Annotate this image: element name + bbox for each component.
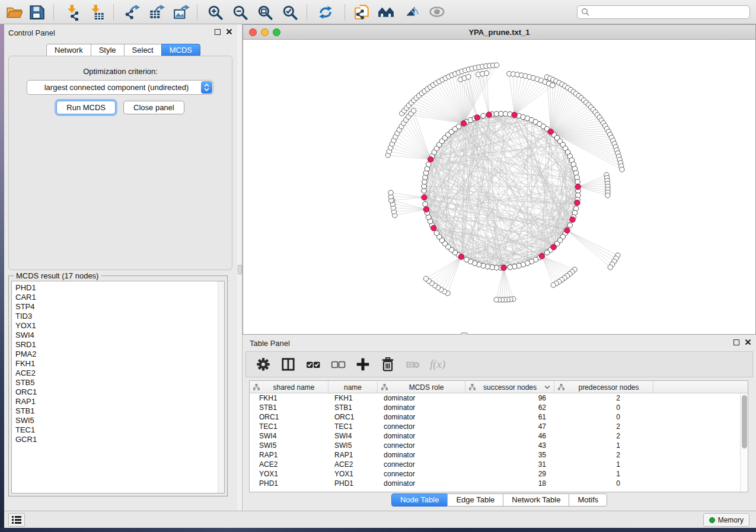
column-header-predecessor-nodes[interactable]: predecessor nodes (554, 381, 653, 393)
task-history-button[interactable] (8, 513, 25, 527)
result-item[interactable]: ACE2 (12, 368, 224, 378)
close-panel-button[interactable]: Close panel (123, 101, 184, 114)
table-cell: 0 (554, 479, 653, 488)
zoom-in-icon[interactable] (207, 4, 224, 21)
mcds-result-list[interactable]: PHD1CAR1STP4TID3YOX1SWI4SRD1PMA2FKH1ACE2… (11, 281, 225, 493)
close-table-panel-icon[interactable] (745, 339, 751, 345)
network-window-title: YPA_prune.txt_1 (243, 28, 755, 37)
table-scrollbar-thumb[interactable] (742, 395, 747, 448)
result-item[interactable]: PHD1 (12, 281, 224, 293)
sort-desc-icon (544, 385, 550, 389)
table-row[interactable]: PHD1PHD1dominator180 (250, 479, 748, 488)
float-table-panel-icon[interactable] (733, 339, 739, 345)
network-view-window: YPA_prune.txt_1 (243, 24, 756, 335)
table-row[interactable]: ACE2ACE2connector311 (250, 460, 748, 469)
tab-edge-table[interactable]: Edge Table (447, 493, 503, 507)
control-panel: Control Panel NetworkStyleSelectMCDS Opt… (4, 24, 237, 511)
table-panel-tabs: Node TableEdge TableNetwork TableMotifs (243, 493, 756, 507)
control-panel-tabs: NetworkStyleSelectMCDS (46, 44, 200, 57)
float-panel-icon[interactable] (215, 29, 221, 35)
column-header-shared-name[interactable]: shared name (250, 381, 328, 393)
memory-button[interactable]: Memory (703, 513, 749, 527)
tab-style[interactable]: Style (91, 44, 125, 57)
table-cell: TEC1 (250, 422, 328, 431)
tab-node-table[interactable]: Node Table (391, 493, 448, 507)
column-selector-icon[interactable] (280, 357, 296, 372)
criterion-dropdown[interactable]: largest connected component (undirected) (27, 80, 213, 95)
tab-motifs[interactable]: Motifs (569, 493, 607, 507)
result-list-scrollbar[interactable] (218, 281, 224, 493)
column-header-successor-nodes[interactable]: successor nodes (465, 381, 554, 393)
network-file-icon[interactable] (354, 4, 371, 21)
result-item[interactable]: YOX1 (12, 321, 224, 331)
control-panel-title: Control Panel (8, 28, 55, 37)
houses-icon[interactable] (378, 4, 394, 21)
result-item[interactable]: TID3 (12, 312, 224, 321)
table-cell: 2 (554, 451, 653, 459)
table-row[interactable]: TEC1TEC1connector472 (250, 422, 748, 431)
result-item[interactable]: RAP1 (12, 397, 224, 406)
hide-details-icon[interactable] (404, 4, 420, 21)
table-row[interactable]: ORC1ORC1dominator610 (250, 412, 748, 422)
result-item[interactable]: ORC1 (12, 387, 224, 397)
table-cell: STB1 (250, 403, 328, 412)
export-table-icon[interactable] (148, 4, 165, 21)
show-details-icon[interactable] (429, 4, 446, 21)
result-item[interactable]: SWI5 (12, 416, 224, 425)
table-row[interactable]: SWI4SWI4dominator462 (250, 431, 748, 441)
table-cell: YOX1 (250, 470, 328, 478)
zoom-selected-icon[interactable] (282, 4, 298, 21)
table-cell: dominator (378, 394, 465, 402)
status-bar: Memory (4, 511, 756, 528)
import-table-icon[interactable] (89, 4, 106, 21)
tab-select[interactable]: Select (124, 44, 162, 57)
open-file-icon[interactable] (6, 4, 23, 21)
delete-row-icon[interactable] (380, 357, 395, 372)
table-cell: 43 (465, 441, 554, 450)
table-cell: SWI4 (328, 432, 378, 440)
tab-network-table[interactable]: Network Table (503, 493, 569, 507)
run-mcds-button[interactable]: Run MCDS (56, 101, 116, 114)
network-canvas[interactable] (243, 40, 755, 334)
select-all-icon[interactable] (305, 357, 321, 372)
column-header-name[interactable]: name (328, 381, 378, 393)
result-item[interactable]: STB1 (12, 406, 224, 416)
search-input[interactable] (590, 7, 749, 18)
refresh-icon[interactable] (317, 4, 334, 21)
zoom-out-icon[interactable] (232, 4, 248, 21)
result-item[interactable]: STP4 (12, 302, 224, 312)
settings-gear-icon[interactable] (256, 357, 271, 372)
import-network-icon[interactable] (65, 4, 82, 21)
result-item[interactable]: TEC1 (12, 425, 224, 435)
result-item[interactable]: CAR1 (12, 293, 224, 302)
save-session-icon[interactable] (28, 4, 45, 21)
export-image-icon[interactable] (173, 4, 190, 21)
table-row[interactable]: FKH1FKH1dominator962 (250, 393, 748, 403)
result-item[interactable]: STB5 (12, 378, 224, 387)
table-cell: YOX1 (328, 470, 378, 478)
result-item[interactable]: PMA2 (12, 350, 224, 359)
result-item[interactable]: SWI4 (12, 331, 224, 340)
close-panel-icon[interactable] (226, 28, 232, 35)
table-row[interactable]: RAP1RAP1dominator352 (250, 450, 748, 460)
result-item[interactable]: FKH1 (12, 359, 224, 368)
tab-network[interactable]: Network (46, 44, 91, 57)
table-row[interactable]: STB1STB1dominator620 (250, 403, 748, 412)
deselect-all-icon[interactable] (330, 357, 346, 372)
table-scrollbar[interactable] (740, 393, 748, 492)
panel-splitter-vertical[interactable] (237, 24, 243, 511)
splitter-handle-icon[interactable] (238, 265, 242, 274)
table-row[interactable]: SWI5SWI5connector431 (250, 441, 748, 450)
export-network-icon[interactable] (123, 4, 140, 21)
tab-mcds[interactable]: MCDS (161, 44, 200, 57)
table-cell: connector (378, 460, 465, 469)
column-header-MCDS-role[interactable]: MCDS role (378, 381, 465, 393)
mcds-result-group: MCDS result (17 nodes) PHD1CAR1STP4TID3Y… (8, 275, 228, 496)
result-item[interactable]: SRD1 (12, 340, 224, 350)
table-row[interactable]: YOX1YOX1connector291 (250, 469, 748, 479)
zoom-fit-icon[interactable] (257, 4, 273, 21)
table-cell: 1 (554, 460, 653, 469)
add-row-icon[interactable] (355, 357, 371, 372)
result-item[interactable]: GCR1 (12, 435, 224, 444)
optimization-criterion-label: Optimization criterion: (9, 67, 232, 76)
